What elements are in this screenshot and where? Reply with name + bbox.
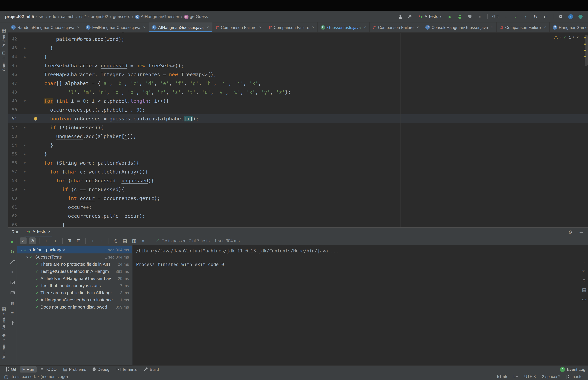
line-number[interactable]: 41 xyxy=(8,33,20,35)
debug-button[interactable] xyxy=(456,13,463,20)
breadcrumb-item[interactable]: guessers xyxy=(112,14,131,19)
memory-snapshot-button[interactable] xyxy=(9,289,16,296)
code-text[interactable]: for (int i = 0; i < alphabet.length; i++… xyxy=(30,97,588,105)
tab-close-icon[interactable]: × xyxy=(544,25,546,30)
line-number[interactable]: 46 xyxy=(8,70,20,79)
restore-layout-button[interactable]: ▦ xyxy=(9,299,16,306)
tab-close-icon[interactable]: × xyxy=(491,25,493,30)
test-tree-row[interactable]: ✓Does not use or import disallowed359 ms xyxy=(17,304,132,311)
rerun-failed-tests-button[interactable]: ↻ xyxy=(9,248,16,255)
run-config-selector[interactable]: A Tests▾ xyxy=(417,14,444,20)
line-number[interactable]: 53 xyxy=(8,132,20,141)
editor-tab[interactable]: CConsoleHangmanGuesser.java× xyxy=(422,22,497,32)
fold-close-icon[interactable]: ∧ xyxy=(20,141,30,150)
stop-button[interactable]: ■ xyxy=(476,13,483,20)
previous-failed-test-button[interactable]: ↑ xyxy=(89,237,96,244)
fold-close-icon[interactable]: ∧ xyxy=(20,52,30,61)
line-number[interactable]: 45 xyxy=(8,61,20,70)
tool-window-button-run[interactable]: ▶Run xyxy=(20,366,37,372)
breadcrumb-item[interactable]: project02 xyxy=(90,14,109,19)
run-console[interactable]: /Library/Java/JavaVirtualMachines/jdk-11… xyxy=(133,245,580,365)
chevron-down-icon[interactable]: ∨ xyxy=(25,255,30,259)
code-text[interactable]: } xyxy=(30,220,588,227)
status-caret-position[interactable]: 51:55 xyxy=(497,374,507,379)
line-number[interactable]: 59 xyxy=(8,185,20,194)
tab-close-icon[interactable]: × xyxy=(363,25,366,30)
scroll-to-end-button[interactable]: ⇟ xyxy=(581,277,588,283)
code-editor[interactable]: 41 if (match == pattern.length()){42 pat… xyxy=(8,33,588,227)
inspections-widget[interactable]: ⚠4✓1∧∨ xyxy=(551,34,581,40)
line-number[interactable]: 51 xyxy=(8,114,20,123)
editor-tab[interactable]: CRandomHangmanChooser.java× xyxy=(8,22,83,32)
editor-tab[interactable]: ⇵Comparison Failure× xyxy=(497,22,549,32)
build-project-button[interactable] xyxy=(407,13,414,20)
tab-close-icon[interactable]: × xyxy=(416,25,419,30)
line-number[interactable]: 54 xyxy=(8,141,20,150)
next-failed-test-button[interactable]: ↓ xyxy=(98,237,105,244)
event-log-button[interactable]: 4Event Log xyxy=(560,367,585,372)
test-tree-row[interactable]: ✓There are no public fields in AIHangr3 … xyxy=(17,289,132,296)
editor-tab[interactable]: ⇵Comparison Failure× xyxy=(265,22,318,32)
tool-window-button-build[interactable]: Build xyxy=(141,366,161,372)
stripe-project[interactable]: ▦Project xyxy=(2,28,6,48)
line-number[interactable]: 56 xyxy=(8,158,20,167)
breadcrumb-item[interactable]: project02-mli5 xyxy=(4,14,35,19)
fold-open-icon[interactable]: ∨ xyxy=(20,176,30,185)
thread-dump-button[interactable] xyxy=(9,279,16,286)
tab-close-icon[interactable]: × xyxy=(312,25,315,30)
code-text[interactable]: TreeSet<Character> unguessed = new TreeS… xyxy=(30,61,588,70)
stripe-bookmarks[interactable]: ◆Bookmarks xyxy=(2,333,6,360)
export-test-results-button[interactable]: ▥ xyxy=(131,237,137,244)
code-text[interactable]: for (char notGuessed: unguessed){ xyxy=(30,176,588,185)
line-number[interactable]: 62 xyxy=(8,212,20,220)
code-text[interactable]: } xyxy=(30,52,588,61)
test-tree-row[interactable]: ✓There are no protected fields in AIH24 … xyxy=(17,261,132,268)
editor-scrollbar-thumb[interactable] xyxy=(585,35,588,66)
line-number[interactable]: 60 xyxy=(8,194,20,203)
settings-profile-button[interactable] xyxy=(397,13,404,20)
fold-open-icon[interactable]: ∨ xyxy=(20,123,30,132)
status-encoding[interactable]: UTF-8 xyxy=(524,374,536,379)
run-tab-close-icon[interactable]: × xyxy=(48,229,51,234)
tool-window-button-problems[interactable]: ▤Problems xyxy=(60,366,89,372)
soft-wrap-button[interactable]: ↵ xyxy=(581,267,588,274)
test-history-button[interactable]: ◷ xyxy=(112,237,119,244)
code-text[interactable]: TreeMap<Character, Integer> occurrences … xyxy=(30,70,588,79)
fold-close-icon[interactable]: ∧ xyxy=(20,43,30,52)
fold-close-icon[interactable]: ∧ xyxy=(20,150,30,158)
view-options-button[interactable]: ≡ xyxy=(9,310,16,316)
intention-bulb-icon[interactable] xyxy=(34,117,37,120)
tab-close-icon[interactable]: × xyxy=(77,25,80,30)
code-text[interactable]: if (!(inGuesses)){ xyxy=(30,123,588,132)
line-number[interactable]: 55 xyxy=(8,150,20,158)
code-text[interactable]: if (match == pattern.length()){ xyxy=(30,33,588,35)
tool-window-button-debug[interactable]: Debug xyxy=(90,366,112,372)
line-number[interactable]: 52 xyxy=(8,123,20,132)
ide-update-button[interactable]: ↑ xyxy=(567,13,574,20)
line-number[interactable]: 42 xyxy=(8,35,20,43)
breadcrumb-item[interactable]: caltech xyxy=(60,14,76,19)
git-push-button[interactable]: ↑ xyxy=(522,13,529,20)
run-settings-button[interactable]: ⚙ xyxy=(567,228,574,235)
code-text[interactable]: occurrences.put(c, occur); xyxy=(30,212,588,220)
editor-tab[interactable]: CAIHangmanGuesser.java× xyxy=(149,22,212,32)
tool-window-button-todo[interactable]: ≡TODO xyxy=(38,366,59,372)
sort-by-duration-button[interactable]: ↑ xyxy=(52,237,59,244)
code-text[interactable]: } xyxy=(30,150,588,158)
fold-open-icon[interactable]: ∨ xyxy=(20,158,30,167)
chevron-down-icon[interactable]: ∨ xyxy=(19,248,24,252)
search-everywhere-button[interactable] xyxy=(557,13,564,20)
import-test-results-button[interactable]: ▤ xyxy=(121,237,128,244)
print-console-button[interactable]: ▤ xyxy=(581,286,588,293)
scroll-down-button[interactable]: ↓ xyxy=(581,258,588,264)
test-tree-row[interactable]: ✓Test getGuess Method in AIHangm881 ms xyxy=(17,268,132,275)
editor-tab[interactable]: ⇵Comparison Failure× xyxy=(212,22,265,32)
line-number[interactable]: 43 xyxy=(8,43,20,52)
test-tree-row[interactable]: ∨✓<default package>1 sec 304 ms xyxy=(17,246,132,253)
line-number[interactable]: 47 xyxy=(8,79,20,88)
sync-status-button[interactable] xyxy=(577,13,584,20)
line-number[interactable]: 48 xyxy=(8,88,20,97)
code-text[interactable]: unguessed.add(alphabet[i]); xyxy=(30,132,588,141)
breadcrumb-item[interactable]: CAIHangmanGuesser xyxy=(134,14,180,19)
hide-panel-button[interactable]: ─ xyxy=(578,228,585,235)
